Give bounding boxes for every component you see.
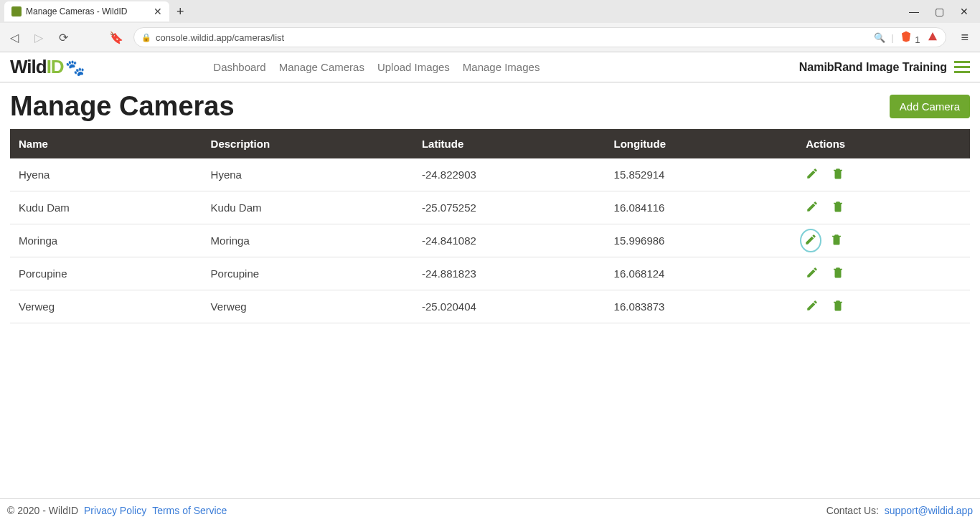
cell-actions: [797, 290, 970, 323]
lock-icon: 🔒: [141, 33, 151, 42]
table-header-row: Name Description Latitude Longitude Acti…: [10, 129, 970, 158]
cell-description: Hyena: [202, 158, 413, 191]
favicon: [11, 6, 22, 16]
project-name: NamibRand Image Training: [799, 61, 947, 74]
delete-button[interactable]: [831, 299, 844, 314]
nav-dashboard[interactable]: Dashboard: [213, 61, 265, 73]
reload-button[interactable]: ⟳: [56, 31, 70, 44]
browser-menu-icon[interactable]: ≡: [956, 30, 973, 45]
cell-longitude: 15.996986: [606, 224, 798, 257]
delete-button[interactable]: [830, 233, 843, 248]
page-title: Manage Cameras: [10, 91, 235, 122]
extension-icon[interactable]: [927, 31, 938, 44]
cell-actions: [797, 191, 970, 224]
nav-bar: ◁ ▷ ⟳ 🔖 🔒 console.wildid.app/cameras/lis…: [0, 23, 980, 52]
delete-button[interactable]: [831, 266, 844, 281]
tab-title: Manage Cameras - WildID: [26, 6, 127, 16]
maximize-icon[interactable]: ▢: [935, 6, 944, 17]
logo-graphic: 🐾: [65, 59, 84, 77]
cell-longitude: 16.068124: [606, 257, 798, 290]
url-text: console.wildid.app/cameras/list: [156, 32, 284, 43]
forward-button[interactable]: ▷: [32, 31, 46, 44]
add-camera-button[interactable]: Add Camera: [890, 95, 970, 118]
logo[interactable]: WildID🐾: [10, 56, 84, 78]
cell-description: Kudu Dam: [202, 191, 413, 224]
nav-manage-cameras[interactable]: Manage Cameras: [279, 61, 364, 73]
new-tab-button[interactable]: +: [176, 4, 184, 19]
window-controls: — ▢ ✕: [909, 6, 976, 17]
cell-name: Verweg: [10, 290, 202, 323]
tab-close-icon[interactable]: ✕: [146, 6, 162, 17]
close-window-icon[interactable]: ✕: [960, 6, 969, 17]
edit-button[interactable]: [806, 200, 819, 215]
cell-name: Porcupine: [10, 257, 202, 290]
delete-button[interactable]: [831, 167, 844, 182]
table-row: VerwegVerweg-25.02040416.083873: [10, 290, 970, 323]
back-button[interactable]: ◁: [7, 31, 22, 44]
cell-latitude: -24.822903: [413, 158, 606, 191]
edit-button[interactable]: [806, 266, 819, 281]
col-latitude: Latitude: [413, 129, 606, 158]
col-description: Description: [202, 129, 413, 158]
edit-button[interactable]: [806, 167, 819, 182]
browser-tab[interactable]: Manage Cameras - WildID ✕: [4, 1, 169, 22]
cell-actions: [797, 224, 970, 257]
table-row: Kudu DamKudu Dam-25.07525216.084116: [10, 191, 970, 224]
cell-latitude: -25.020404: [413, 290, 606, 323]
cell-latitude: -24.841082: [413, 224, 606, 257]
nav-manage-images[interactable]: Manage Images: [463, 61, 540, 73]
nav-upload-images[interactable]: Upload Images: [377, 61, 450, 73]
table-row: MoringaMoringa-24.84108215.996986: [10, 224, 970, 257]
page-head: Manage Cameras Add Camera: [10, 91, 970, 122]
cell-description: Verweg: [202, 290, 413, 323]
cell-latitude: -24.881823: [413, 257, 606, 290]
browser-chrome: Manage Cameras - WildID ✕ + — ▢ ✕ ◁ ▷ ⟳ …: [0, 0, 980, 52]
cell-longitude: 15.852914: [606, 158, 798, 191]
cell-name: Moringa: [10, 224, 202, 257]
cell-longitude: 16.083873: [606, 290, 798, 323]
edit-highlight: [800, 229, 821, 252]
zoom-icon[interactable]: 🔍: [874, 32, 885, 43]
cell-longitude: 16.084116: [606, 191, 798, 224]
logo-part1: Wild: [10, 56, 47, 78]
page-content: Manage Cameras Add Camera Name Descripti…: [0, 82, 980, 352]
col-name: Name: [10, 129, 202, 158]
tab-bar: Manage Cameras - WildID ✕ + — ▢ ✕: [0, 0, 980, 23]
bookmark-icon[interactable]: 🔖: [109, 31, 123, 44]
cell-actions: [797, 158, 970, 191]
brave-badge: 1: [915, 34, 920, 45]
table-row: HyenaHyena-24.82290315.852914: [10, 158, 970, 191]
top-nav: Dashboard Manage Cameras Upload Images M…: [213, 61, 540, 73]
edit-button[interactable]: [804, 233, 817, 248]
delete-button[interactable]: [831, 200, 844, 215]
minimize-icon[interactable]: —: [909, 6, 919, 17]
logo-part2: ID: [47, 56, 64, 78]
cell-description: Porcupine: [202, 257, 413, 290]
hamburger-menu-icon[interactable]: [954, 61, 970, 73]
app-header: WildID🐾 Dashboard Manage Cameras Upload …: [0, 52, 980, 82]
cameras-table: Name Description Latitude Longitude Acti…: [10, 129, 970, 323]
cell-actions: [797, 257, 970, 290]
col-actions: Actions: [797, 129, 970, 158]
cell-name: Kudu Dam: [10, 191, 202, 224]
address-bar[interactable]: 🔒 console.wildid.app/cameras/list 🔍 | 1: [133, 27, 946, 47]
cell-latitude: -25.075252: [413, 191, 606, 224]
brave-shield-icon[interactable]: 1: [900, 30, 920, 45]
cell-description: Moringa: [202, 224, 413, 257]
table-row: PorcupinePorcupine-24.88182316.068124: [10, 257, 970, 290]
edit-button[interactable]: [806, 299, 819, 314]
cell-name: Hyena: [10, 158, 202, 191]
col-longitude: Longitude: [606, 129, 798, 158]
